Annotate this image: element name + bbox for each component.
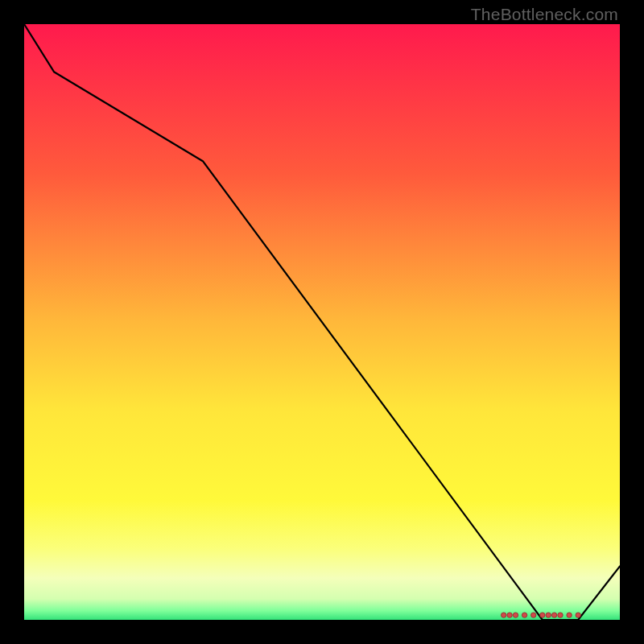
- chart-frame: TheBottleneck.com: [0, 0, 644, 644]
- data-marker: [513, 613, 518, 617]
- plot-area: [24, 24, 620, 620]
- data-marker: [558, 613, 563, 617]
- series-line: [24, 24, 620, 620]
- data-marker: [502, 613, 506, 617]
- data-marker: [576, 613, 580, 617]
- data-marker: [531, 613, 536, 617]
- data-markers: [502, 613, 581, 617]
- data-marker: [546, 613, 551, 617]
- data-marker: [551, 613, 556, 617]
- chart-line-layer: [24, 24, 620, 620]
- data-marker: [540, 613, 545, 617]
- watermark-text: TheBottleneck.com: [471, 5, 618, 24]
- data-marker: [507, 613, 512, 617]
- data-marker: [567, 613, 572, 617]
- data-marker: [522, 613, 526, 617]
